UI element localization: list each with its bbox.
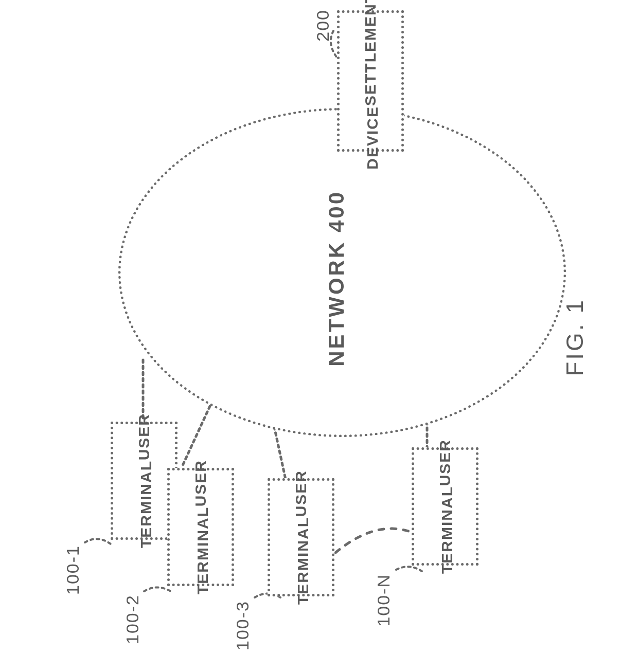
network-label: NETWORK 400	[324, 190, 349, 367]
svg-line-3	[274, 427, 286, 479]
user-terminal-n-box: USER TERMINAL	[412, 447, 478, 566]
user-terminal-2-line2: TERMINAL	[193, 506, 212, 594]
user-terminal-n-ref: 100-N	[374, 574, 394, 627]
settlement-line1: SETTLEMENT	[361, 0, 380, 106]
user-terminal-3-ref: 100-3	[233, 601, 253, 650]
settlement-device-box: SETTLEMENT DEVICE	[337, 10, 404, 152]
settlement-ref: 200	[313, 9, 333, 42]
user-terminal-3-line2: TERMINAL	[294, 517, 312, 605]
user-terminal-1-line2: TERMINAL	[137, 460, 155, 548]
user-terminal-1-line1: USER	[135, 413, 153, 460]
diagram-stage: NETWORK 400 SETTLEMENT DEVICE 200 USER T…	[0, 0, 638, 672]
user-terminal-2-line1: USER	[191, 460, 210, 506]
settlement-line2: DEVICE	[363, 106, 382, 170]
user-terminal-1-ref: 100-1	[63, 545, 83, 595]
figure-caption: FIG. 1	[561, 298, 589, 376]
user-terminal-2-ref: 100-2	[122, 594, 143, 644]
user-terminal-3-box: USER TERMINAL	[268, 478, 334, 596]
user-terminal-2-box: USER TERMINAL	[167, 468, 234, 586]
user-terminal-n-line2: TERMINAL	[438, 486, 456, 574]
user-terminal-3-line1: USER	[292, 470, 310, 517]
svg-line-2	[183, 406, 210, 465]
user-terminal-n-line1: USER	[436, 439, 454, 486]
